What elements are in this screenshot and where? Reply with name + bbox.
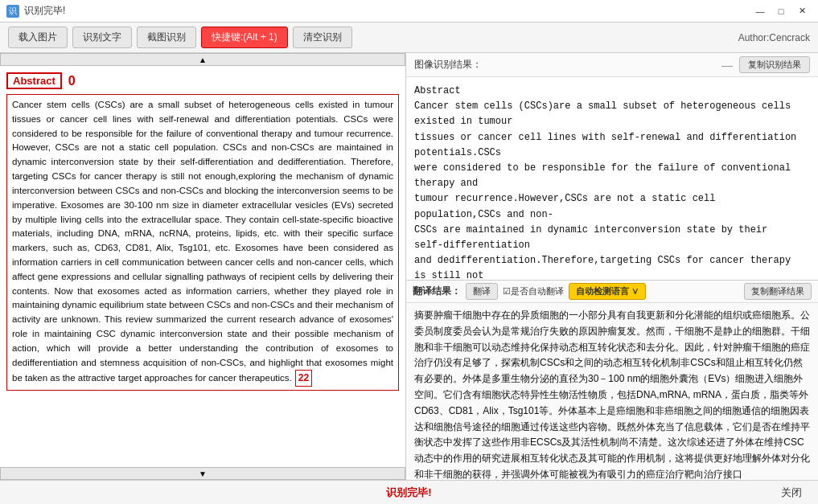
translation-label: 翻译结果：	[413, 285, 461, 298]
ocr-text-area[interactable]: Abstract Cancer stem cells (CSCs)are a s…	[406, 77, 818, 280]
screenshot-recognize-button[interactable]: 截图识别	[137, 27, 196, 48]
close-link[interactable]: 关闭	[781, 486, 802, 500]
translation-text-area[interactable]: 摘要肿瘤干细胞中存在的异质细胞的一小部分具有自我更新和分化潜能的组织或癌细胞系。…	[406, 303, 818, 480]
right-panel: 图像识别结果： — 复制识别结果 Abstract Cancer stem ce…	[406, 53, 818, 480]
title-text: 识别完毕!	[24, 4, 65, 18]
abstract-header: Abstract 0	[6, 72, 399, 89]
auto-translate-label: ☑是否自动翻译	[503, 285, 564, 297]
copy-translation-button[interactable]: 复制翻译结果	[744, 283, 812, 300]
ocr-header-dash: —	[721, 59, 733, 72]
status-bar: 识别完毕! 关闭	[0, 480, 818, 504]
translation-content: 摘要肿瘤干细胞中存在的异质细胞的一小部分具有自我更新和分化潜能的组织或癌细胞系。…	[414, 309, 810, 480]
translation-header: 翻译结果： 翻译 ☑是否自动翻译 自动检测语言 ∨ 复制翻译结果	[406, 281, 818, 303]
left-text-content: Cancer stem cells (CSCs) are a small sub…	[6, 94, 399, 391]
auto-translate-checkbox[interactable]: ☑是否自动翻译	[503, 285, 564, 297]
author-label: Author:Cencrack	[738, 32, 810, 43]
close-button[interactable]: ✕	[792, 4, 812, 18]
copy-ocr-button[interactable]: 复制识别结果	[739, 56, 810, 73]
abstract-num: 0	[68, 74, 76, 88]
translation-section: 翻译结果： 翻译 ☑是否自动翻译 自动检测语言 ∨ 复制翻译结果 摘要肿瘤干细胞…	[406, 280, 818, 480]
app-icon: 识	[6, 5, 19, 18]
clear-recognize-button[interactable]: 清空识别	[293, 27, 352, 48]
translate-button[interactable]: 翻译	[466, 283, 498, 300]
page-number-badge: 22	[295, 370, 312, 387]
auto-detect-language-button[interactable]: 自动检测语言 ∨	[569, 283, 646, 300]
main-content: ▲ Abstract 0 Cancer stem cells (CSCs) ar…	[0, 53, 818, 480]
left-panel: ▲ Abstract 0 Cancer stem cells (CSCs) ar…	[0, 53, 406, 480]
toolbar: 载入图片 识别文字 截图识别 快捷键:(Alt + 1) 清空识别 Author…	[0, 23, 818, 53]
minimize-button[interactable]: —	[750, 4, 770, 18]
maximize-button[interactable]: □	[771, 4, 791, 18]
title-bar-controls: — □ ✕	[750, 4, 812, 18]
status-text: 识别完毕!	[386, 486, 431, 500]
recognize-text-button[interactable]: 识别文字	[72, 27, 132, 48]
shortcut-button[interactable]: 快捷键:(Alt + 1)	[201, 27, 288, 48]
abstract-label: Abstract	[6, 72, 62, 89]
ocr-header-label: 图像识别结果：	[414, 58, 715, 72]
title-bar: 识 识别完毕! — □ ✕	[0, 0, 818, 23]
ocr-text-content: Abstract Cancer stem cells (CSCs)are a s…	[414, 84, 810, 280]
scroll-down-arrow[interactable]: ▼	[0, 467, 405, 480]
load-image-button[interactable]: 载入图片	[8, 27, 68, 48]
abstract-body-text: Cancer stem cells (CSCs) are a small sub…	[12, 100, 393, 383]
left-scroll-area[interactable]: Abstract 0 Cancer stem cells (CSCs) are …	[0, 66, 405, 467]
scroll-up-arrow[interactable]: ▲	[0, 53, 405, 66]
ocr-header: 图像识别结果： — 复制识别结果	[406, 53, 818, 77]
title-bar-left: 识 识别完毕!	[6, 4, 65, 18]
